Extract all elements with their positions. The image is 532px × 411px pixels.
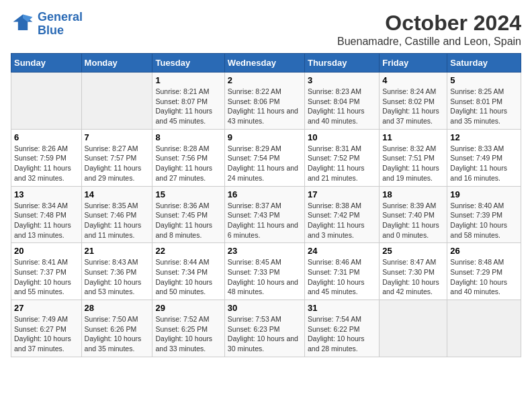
calendar-week-3: 13Sunrise: 8:34 AMSunset: 7:48 PMDayligh… — [11, 186, 521, 243]
calendar-header: Sunday Monday Tuesday Wednesday Thursday… — [11, 54, 521, 73]
header-thursday: Thursday — [304, 54, 379, 73]
header-wednesday: Wednesday — [224, 54, 304, 73]
calendar-cell: 27Sunrise: 7:49 AMSunset: 6:27 PMDayligh… — [11, 300, 82, 357]
calendar-week-4: 20Sunrise: 8:41 AMSunset: 7:37 PMDayligh… — [11, 243, 521, 300]
day-info: Sunrise: 8:45 AMSunset: 7:33 PMDaylight:… — [228, 257, 302, 297]
calendar-cell: 21Sunrise: 8:43 AMSunset: 7:36 PMDayligh… — [81, 243, 152, 300]
day-info: Sunrise: 8:44 AMSunset: 7:34 PMDaylight:… — [155, 257, 221, 297]
day-number: 5 — [450, 75, 518, 85]
calendar-subtitle: Buenamadre, Castille and Leon, Spain — [337, 36, 521, 48]
day-number: 29 — [155, 303, 221, 313]
day-number: 16 — [228, 189, 302, 199]
day-info: Sunrise: 8:24 AMSunset: 8:02 PMDaylight:… — [382, 87, 444, 126]
calendar-cell: 26Sunrise: 8:48 AMSunset: 7:29 PMDayligh… — [447, 243, 521, 300]
calendar-cell: 31Sunrise: 7:54 AMSunset: 6:22 PMDayligh… — [304, 300, 379, 357]
day-number: 26 — [450, 246, 518, 256]
day-info: Sunrise: 8:23 AMSunset: 8:04 PMDaylight:… — [308, 87, 376, 126]
day-number: 28 — [85, 303, 150, 313]
day-number: 31 — [308, 303, 376, 313]
day-info: Sunrise: 8:29 AMSunset: 7:54 PMDaylight:… — [228, 144, 302, 183]
day-info: Sunrise: 8:37 AMSunset: 7:43 PMDaylight:… — [228, 201, 302, 240]
calendar-week-2: 6Sunrise: 8:26 AMSunset: 7:59 PMDaylight… — [11, 129, 521, 186]
day-info: Sunrise: 8:43 AMSunset: 7:36 PMDaylight:… — [85, 257, 150, 297]
header-tuesday: Tuesday — [152, 54, 224, 73]
calendar-week-1: 1Sunrise: 8:21 AMSunset: 8:07 PMDaylight… — [11, 73, 521, 130]
calendar-table: Sunday Monday Tuesday Wednesday Thursday… — [11, 53, 521, 357]
calendar-title: October 2024 — [337, 11, 521, 36]
day-info: Sunrise: 8:33 AMSunset: 7:49 PMDaylight:… — [450, 144, 518, 183]
calendar-cell: 19Sunrise: 8:40 AMSunset: 7:39 PMDayligh… — [447, 186, 521, 243]
header-monday: Monday — [81, 54, 152, 73]
calendar-cell: 17Sunrise: 8:38 AMSunset: 7:42 PMDayligh… — [304, 186, 379, 243]
calendar-cell: 18Sunrise: 8:39 AMSunset: 7:40 PMDayligh… — [380, 186, 447, 243]
day-info: Sunrise: 7:50 AMSunset: 6:26 PMDaylight:… — [85, 314, 150, 354]
day-info: Sunrise: 8:41 AMSunset: 7:37 PMDaylight:… — [14, 257, 79, 297]
header-sunday: Sunday — [11, 54, 82, 73]
calendar-cell: 11Sunrise: 8:32 AMSunset: 7:51 PMDayligh… — [380, 129, 447, 186]
day-number: 21 — [85, 246, 150, 256]
calendar-cell: 9Sunrise: 8:29 AMSunset: 7:54 PMDaylight… — [224, 129, 304, 186]
calendar-cell: 1Sunrise: 8:21 AMSunset: 8:07 PMDaylight… — [152, 73, 224, 130]
day-number: 13 — [14, 189, 79, 199]
calendar-cell: 25Sunrise: 8:47 AMSunset: 7:30 PMDayligh… — [380, 243, 447, 300]
day-info: Sunrise: 8:25 AMSunset: 8:01 PMDaylight:… — [450, 87, 518, 126]
day-number: 18 — [382, 189, 444, 199]
day-number: 15 — [155, 189, 221, 199]
day-number: 27 — [14, 303, 79, 313]
day-info: Sunrise: 8:27 AMSunset: 7:57 PMDaylight:… — [85, 144, 150, 183]
day-info: Sunrise: 8:28 AMSunset: 7:56 PMDaylight:… — [155, 144, 221, 183]
day-info: Sunrise: 8:40 AMSunset: 7:39 PMDaylight:… — [450, 201, 518, 240]
day-number: 30 — [228, 303, 302, 313]
calendar-cell: 30Sunrise: 7:53 AMSunset: 6:23 PMDayligh… — [224, 300, 304, 357]
calendar-cell — [81, 73, 152, 130]
calendar-cell: 22Sunrise: 8:44 AMSunset: 7:34 PMDayligh… — [152, 243, 224, 300]
day-info: Sunrise: 8:47 AMSunset: 7:30 PMDaylight:… — [382, 257, 444, 297]
title-block: October 2024 Buenamadre, Castille and Le… — [337, 11, 521, 48]
calendar-cell: 7Sunrise: 8:27 AMSunset: 7:57 PMDaylight… — [81, 129, 152, 186]
calendar-cell: 20Sunrise: 8:41 AMSunset: 7:37 PMDayligh… — [11, 243, 82, 300]
day-number: 2 — [228, 75, 302, 85]
day-number: 8 — [155, 132, 221, 142]
calendar-cell — [11, 73, 82, 130]
calendar-cell: 10Sunrise: 8:31 AMSunset: 7:52 PMDayligh… — [304, 129, 379, 186]
calendar-cell: 12Sunrise: 8:33 AMSunset: 7:49 PMDayligh… — [447, 129, 521, 186]
day-number: 10 — [308, 132, 376, 142]
day-info: Sunrise: 8:21 AMSunset: 8:07 PMDaylight:… — [155, 87, 221, 126]
day-info: Sunrise: 7:52 AMSunset: 6:25 PMDaylight:… — [155, 314, 221, 354]
calendar-cell — [380, 300, 447, 357]
day-number: 17 — [308, 189, 376, 199]
calendar-week-5: 27Sunrise: 7:49 AMSunset: 6:27 PMDayligh… — [11, 300, 521, 357]
calendar-cell: 8Sunrise: 8:28 AMSunset: 7:56 PMDaylight… — [152, 129, 224, 186]
day-info: Sunrise: 8:36 AMSunset: 7:45 PMDaylight:… — [155, 201, 221, 240]
day-info: Sunrise: 7:49 AMSunset: 6:27 PMDaylight:… — [14, 314, 79, 354]
day-number: 7 — [85, 132, 150, 142]
calendar-cell: 3Sunrise: 8:23 AMSunset: 8:04 PMDaylight… — [304, 73, 379, 130]
logo-text: General Blue — [38, 11, 83, 38]
calendar-cell: 23Sunrise: 8:45 AMSunset: 7:33 PMDayligh… — [224, 243, 304, 300]
day-info: Sunrise: 8:32 AMSunset: 7:51 PMDaylight:… — [382, 144, 444, 183]
day-number: 24 — [308, 246, 376, 256]
logo-icon — [11, 12, 35, 36]
day-info: Sunrise: 8:48 AMSunset: 7:29 PMDaylight:… — [450, 257, 518, 297]
calendar-cell: 29Sunrise: 7:52 AMSunset: 6:25 PMDayligh… — [152, 300, 224, 357]
day-number: 20 — [14, 246, 79, 256]
header-saturday: Saturday — [447, 54, 521, 73]
day-number: 12 — [450, 132, 518, 142]
header-row: Sunday Monday Tuesday Wednesday Thursday… — [11, 54, 521, 73]
header-friday: Friday — [380, 54, 447, 73]
calendar-cell: 24Sunrise: 8:46 AMSunset: 7:31 PMDayligh… — [304, 243, 379, 300]
day-info: Sunrise: 8:46 AMSunset: 7:31 PMDaylight:… — [308, 257, 376, 297]
day-number: 1 — [155, 75, 221, 85]
calendar-cell: 16Sunrise: 8:37 AMSunset: 7:43 PMDayligh… — [224, 186, 304, 243]
calendar-cell: 15Sunrise: 8:36 AMSunset: 7:45 PMDayligh… — [152, 186, 224, 243]
day-info: Sunrise: 8:31 AMSunset: 7:52 PMDaylight:… — [308, 144, 376, 183]
calendar-cell — [447, 300, 521, 357]
logo: General Blue — [11, 11, 83, 38]
day-number: 23 — [228, 246, 302, 256]
day-info: Sunrise: 8:35 AMSunset: 7:46 PMDaylight:… — [85, 201, 150, 240]
day-info: Sunrise: 8:38 AMSunset: 7:42 PMDaylight:… — [308, 201, 376, 240]
calendar-cell: 4Sunrise: 8:24 AMSunset: 8:02 PMDaylight… — [380, 73, 447, 130]
day-number: 6 — [14, 132, 79, 142]
day-number: 25 — [382, 246, 444, 256]
day-number: 11 — [382, 132, 444, 142]
